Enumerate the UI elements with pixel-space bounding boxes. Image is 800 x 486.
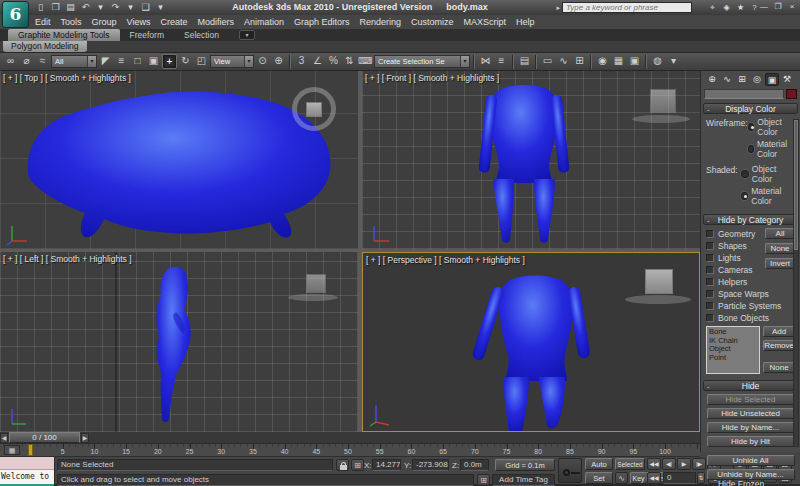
favorites-star-icon[interactable]: ★	[735, 2, 746, 13]
viewcube-left[interactable]	[306, 274, 326, 293]
wireframe-object-color-radio[interactable]: Object Color	[748, 117, 795, 137]
layer-manager-button[interactable]: ▤	[517, 54, 532, 69]
undo-icon[interactable]: ↶	[79, 1, 92, 14]
key-mode-dropdown[interactable]: Selected	[615, 458, 645, 470]
viewcube-top-face[interactable]	[306, 102, 322, 117]
auto-key-button[interactable]: Auto Key	[585, 458, 613, 470]
snaps-toggle-3d[interactable]: 3	[294, 54, 309, 69]
new-scene-icon[interactable]: ▯	[34, 1, 47, 14]
viewport-left[interactable]: [ + ] [ Left ] [ Smooth + Highlights ]	[0, 252, 358, 432]
list-item[interactable]: Point	[709, 354, 757, 363]
checkbox-geometry[interactable]	[706, 230, 714, 238]
select-and-move-button[interactable]: +	[162, 54, 177, 69]
window-crossing-toggle[interactable]: ▣	[146, 54, 161, 69]
previous-frame-button[interactable]: ◀|	[662, 458, 676, 470]
time-slider-track[interactable]: ◀ 0 / 100 ▶	[0, 432, 700, 444]
x-coordinate-field[interactable]: 14.277m	[372, 459, 401, 471]
menu-maxscript[interactable]: MAXScript	[459, 17, 512, 27]
spinner-snap-toggle[interactable]: ⇅	[342, 54, 357, 69]
render-dropdown-icon[interactable]: ▾	[666, 54, 681, 69]
list-add-button[interactable]: Add	[763, 326, 795, 337]
select-and-manipulate-button[interactable]: ⊕	[271, 54, 286, 69]
unhide-all-button[interactable]: Unhide All	[707, 455, 795, 466]
menu-help[interactable]: Help	[511, 17, 540, 27]
checkbox-bone-objects[interactable]	[706, 314, 714, 322]
list-item[interactable]: IK Chain Object	[709, 337, 757, 354]
menu-animation[interactable]: Animation	[239, 17, 289, 27]
y-coordinate-field[interactable]: -273.908m	[412, 459, 449, 471]
listener-macro-row[interactable]	[0, 457, 54, 470]
hide-header[interactable]: -Hide	[703, 380, 798, 391]
menu-modifiers[interactable]: Modifiers	[192, 17, 239, 27]
save-file-icon[interactable]: ▤	[64, 1, 77, 14]
play-button[interactable]: ▶	[677, 458, 691, 470]
category-invert-button[interactable]: Invert	[765, 258, 795, 269]
time-tag-icon[interactable]: ⊞	[477, 474, 490, 486]
create-tab[interactable]: ⊕	[705, 73, 719, 86]
menu-graph-editors[interactable]: Graph Editors	[289, 17, 355, 27]
shaded-object-color-radio[interactable]: Object Color	[741, 164, 795, 184]
set-key-button[interactable]: Set Key	[585, 472, 613, 484]
search-input[interactable]	[562, 2, 692, 13]
application-menu-button[interactable]: 6	[2, 1, 29, 28]
category-none-button[interactable]: None	[765, 243, 795, 254]
object-color-swatch[interactable]	[786, 89, 797, 99]
hierarchy-tab[interactable]: ⊞	[735, 73, 749, 86]
project-folder-icon[interactable]: ❑	[139, 1, 152, 14]
key-mode-toggle[interactable]: ◀◀	[647, 472, 661, 484]
angle-snap-toggle[interactable]: ∠	[310, 54, 325, 69]
curve-editor-button[interactable]: ∿	[556, 54, 571, 69]
go-to-start-button[interactable]: ◀◀	[647, 458, 661, 470]
category-all-button[interactable]: All	[765, 228, 795, 239]
default-in-out-tangents-button[interactable]: ∿	[615, 472, 628, 484]
add-time-tag-field[interactable]: Add Time Tag	[492, 474, 555, 486]
bind-to-space-warp-button[interactable]: ≈	[35, 54, 50, 69]
ribbon-minimize-button[interactable]: ▾	[239, 30, 255, 40]
tab-freeform[interactable]: Freeform	[120, 29, 174, 41]
current-frame-field[interactable]: 0	[663, 472, 696, 484]
rendered-frame-window-button[interactable]: ▣	[627, 54, 642, 69]
list-none-button[interactable]: None	[763, 362, 795, 373]
mirror-button[interactable]: ⋈	[478, 54, 493, 69]
viewport-top-label[interactable]: [ + ] [ Top ] [ Smooth + Highlights ]	[3, 73, 131, 83]
search-icon[interactable]: ⌖	[707, 2, 718, 13]
checkbox-particle-systems[interactable]	[706, 302, 714, 310]
time-slider-next-arrow[interactable]: ▶	[81, 433, 89, 443]
display-color-header[interactable]: -Display Color	[703, 103, 798, 114]
checkbox-lights[interactable]	[706, 254, 714, 262]
checkbox-cameras[interactable]	[706, 266, 714, 274]
object-name-field[interactable]	[704, 89, 784, 99]
selection-filter-dropdown[interactable]: All▾	[51, 55, 97, 68]
select-and-link-button[interactable]: ∞	[3, 54, 18, 69]
viewcube-perspective[interactable]	[645, 269, 673, 294]
render-setup-button[interactable]: ▦	[611, 54, 626, 69]
viewport-perspective-label[interactable]: [ + ] [ Perspective ] [ Smooth + Highlig…	[366, 255, 525, 265]
restore-button[interactable]: ❐	[773, 2, 783, 12]
redo-icon[interactable]: ↷	[109, 1, 122, 14]
scrollbar-thumb[interactable]	[794, 120, 798, 250]
hide-by-name-button[interactable]: Hide by Name...	[707, 422, 795, 433]
render-production-button[interactable]: ◍	[650, 54, 665, 69]
maxscript-mini-listener[interactable]: Welcome to M	[0, 457, 55, 486]
use-pivot-point-center-button[interactable]: ⊙	[255, 54, 270, 69]
hide-by-hit-button[interactable]: Hide by Hit	[707, 436, 795, 447]
tab-selection[interactable]: Selection	[174, 29, 229, 41]
utilities-tab[interactable]: ⚒	[780, 73, 794, 86]
absolute-offset-mode-toggle[interactable]: ⊞	[351, 459, 364, 471]
rectangular-selection-region-button[interactable]: □	[130, 54, 145, 69]
hide-by-category-header[interactable]: -Hide by Category	[703, 214, 798, 225]
align-button[interactable]: ≡	[494, 54, 509, 69]
current-frame-marker[interactable]	[28, 444, 33, 456]
select-and-rotate-button[interactable]: ↻	[178, 54, 193, 69]
checkbox-shapes[interactable]	[706, 242, 714, 250]
material-editor-button[interactable]: ◉	[595, 54, 610, 69]
unlink-selection-button[interactable]: ⌀	[19, 54, 34, 69]
list-remove-button[interactable]: Remove	[763, 340, 795, 351]
menu-views[interactable]: Views	[122, 17, 156, 27]
menu-edit[interactable]: Edit	[30, 17, 56, 27]
time-slider-handle[interactable]: 0 / 100	[9, 432, 80, 443]
viewport-top[interactable]: [ + ] [ Top ] [ Smooth + Highlights ]	[0, 71, 358, 249]
minimize-button[interactable]: —	[759, 2, 769, 12]
polygon-modeling-panel-tab[interactable]: Polygon Modeling	[3, 41, 87, 52]
checkbox-space-warps[interactable]	[706, 290, 714, 298]
